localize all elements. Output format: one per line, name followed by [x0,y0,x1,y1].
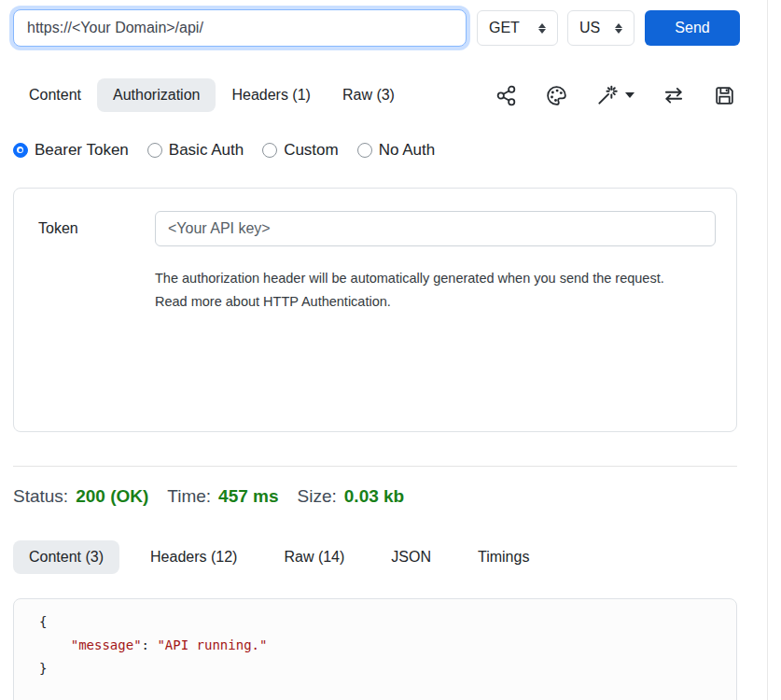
section-divider [13,466,737,467]
tab-response-headers[interactable]: Headers (12) [134,540,253,574]
status-label: Status: [13,486,68,507]
tab-authorization[interactable]: Authorization [97,78,216,112]
radio-label: Bearer Token [35,141,129,160]
response-tabs-row: Content (3) Headers (12) Raw (14) JSON T… [13,540,781,574]
radio-selected-icon [13,143,28,158]
status-group: Status: 200 (OK) [13,486,148,507]
code-brace-close: } [39,661,47,676]
size-label: Size: [298,486,337,507]
code-brace-open: { [39,614,47,629]
token-label: Token [38,220,155,237]
radio-custom[interactable]: Custom [262,141,339,160]
select-arrows-icon [538,23,546,34]
api-client-page: GET US Send Content Authorization Header… [0,0,781,700]
swap-arrows-icon[interactable] [662,83,686,107]
url-input[interactable] [13,9,467,47]
request-bar: GET US Send [13,9,781,47]
radio-icon [262,143,277,158]
tab-content[interactable]: Content [13,78,97,112]
share-icon[interactable] [495,84,518,107]
toolbar-icons [495,83,736,107]
response-json-code: { "message": "API running." } [14,599,736,695]
code-value: "API running." [157,637,267,652]
code-indent [39,637,71,652]
token-help-text: The authorization header will be automat… [155,267,680,314]
save-icon[interactable] [713,84,736,107]
method-select-value: GET [489,20,520,36]
response-body-panel: { "message": "API running." } [13,598,737,700]
select-arrows-icon [615,23,622,34]
region-select[interactable]: US [567,10,635,46]
radio-label: No Auth [379,141,436,160]
method-select[interactable]: GET [477,10,558,46]
tab-raw[interactable]: Raw (3) [327,78,411,112]
radio-basic-auth[interactable]: Basic Auth [147,141,244,160]
send-button[interactable]: Send [645,10,740,46]
tab-response-timings[interactable]: Timings [462,540,545,574]
radio-icon [357,143,372,158]
content-column-border [767,0,768,700]
time-group: Time: 457 ms [167,486,278,507]
status-value: 200 (OK) [76,486,148,507]
magic-wand-icon[interactable] [595,83,635,107]
time-label: Time: [167,486,211,507]
radio-bearer-token[interactable]: Bearer Token [13,141,129,160]
tab-response-content[interactable]: Content (3) [13,540,119,574]
radio-label: Basic Auth [169,141,244,160]
palette-icon[interactable] [545,84,568,107]
request-tabs-row: Content Authorization Headers (1) Raw (3… [13,78,781,112]
time-value: 457 ms [218,486,278,507]
tab-response-raw[interactable]: Raw (14) [268,540,360,574]
size-value: 0.03 kb [344,486,404,507]
dropdown-caret-icon [625,92,635,98]
tab-headers[interactable]: Headers (1) [216,78,326,112]
token-input[interactable] [155,211,716,246]
token-row: Token [14,189,736,246]
response-status-row: Status: 200 (OK) Time: 457 ms Size: 0.03… [13,486,781,507]
region-select-value: US [579,20,600,36]
radio-icon [147,143,162,158]
code-key: "message" [71,637,142,652]
token-panel: Token The authorization header will be a… [13,188,737,432]
auth-type-options: Bearer Token Basic Auth Custom No Auth [13,141,781,160]
size-group: Size: 0.03 kb [298,486,405,507]
code-separator: : [142,637,158,652]
tab-response-json[interactable]: JSON [375,540,447,574]
radio-label: Custom [284,141,339,160]
radio-no-auth[interactable]: No Auth [357,141,436,160]
